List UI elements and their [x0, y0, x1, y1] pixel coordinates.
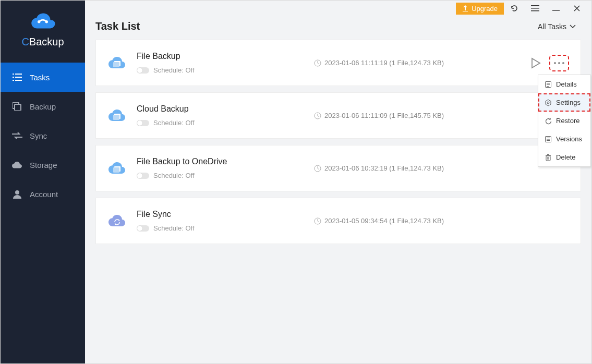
svg-rect-11	[463, 11, 468, 11]
task-row: File Backup to OneDrive Schedule: Off 20…	[95, 145, 581, 191]
clock-icon	[314, 59, 321, 67]
schedule-label: Schedule: Off	[153, 172, 195, 179]
upload-icon	[462, 5, 468, 11]
schedule-toggle[interactable]	[137, 120, 149, 126]
menu-restore[interactable]: Restore	[538, 112, 590, 130]
stack-icon	[12, 101, 22, 112]
svg-rect-5	[15, 77, 22, 78]
svg-rect-36	[547, 138, 550, 138]
svg-rect-12	[531, 5, 539, 6]
svg-point-20	[558, 62, 560, 64]
sidebar-item-label: Storage	[30, 161, 57, 169]
sidebar-item-account[interactable]: Account	[1, 179, 85, 209]
restore-icon	[545, 117, 552, 125]
user-icon	[12, 189, 22, 199]
sidebar: CBackup Tasks Backup Sync Storage	[1, 1, 85, 363]
task-row: File Sync Schedule: Off 2023-01-05 09:34…	[95, 198, 581, 244]
svg-rect-7	[15, 80, 22, 81]
sync-icon	[12, 130, 22, 141]
svg-rect-23	[113, 115, 119, 120]
svg-rect-14	[531, 10, 539, 11]
task-name: Cloud Backup	[137, 104, 314, 114]
svg-rect-13	[531, 8, 539, 9]
clock-icon	[314, 217, 321, 225]
menu-item-label: Delete	[556, 153, 576, 161]
task-meta: 2023-01-06 11:11:19 (1 File,124.73 KB)	[314, 59, 444, 67]
run-task-button[interactable]	[530, 57, 541, 69]
task-more-button[interactable]	[550, 56, 568, 70]
task-name: File Backup	[137, 52, 314, 61]
svg-point-21	[562, 62, 564, 64]
close-button[interactable]	[566, 1, 587, 16]
menu-details[interactable]: Details	[538, 75, 590, 93]
nav: Tasks Backup Sync Storage Account	[1, 57, 85, 209]
settings-icon	[545, 99, 552, 106]
filter-label: All Tasks	[538, 22, 566, 31]
main: Upgrade Task List All Tasks File Back	[85, 1, 591, 363]
sidebar-item-storage[interactable]: Storage	[1, 150, 85, 179]
task-meta: 2023-01-05 09:34:54 (1 File,124.73 KB)	[314, 217, 444, 225]
chevron-down-icon	[570, 25, 576, 29]
menu-settings[interactable]: Settings	[538, 93, 590, 112]
upgrade-button[interactable]: Upgrade	[456, 3, 504, 15]
menu-versions[interactable]: Versions	[538, 130, 590, 148]
details-icon	[545, 81, 552, 88]
page-header: Task List All Tasks	[85, 16, 591, 40]
svg-rect-2	[13, 74, 14, 75]
task-meta: 2023-01-06 11:11:09 (1 File,145.75 KB)	[314, 112, 444, 119]
task-list: File Backup Schedule: Off 2023-01-06 11:…	[85, 40, 591, 250]
brand-rest: Backup	[29, 36, 64, 47]
task-filter-dropdown[interactable]: All Tasks	[538, 22, 576, 31]
brand-block: CBackup	[1, 1, 85, 57]
menu-item-label: Versions	[556, 135, 582, 143]
brand-text: CBackup	[1, 36, 85, 48]
clock-icon	[314, 165, 321, 172]
task-row: File Backup Schedule: Off 2023-01-06 11:…	[95, 40, 581, 86]
task-meta-text: 2023-01-06 11:11:19 (1 File,124.73 KB)	[324, 59, 444, 67]
svg-rect-4	[13, 77, 14, 78]
schedule-toggle[interactable]	[137, 67, 149, 74]
svg-rect-6	[13, 80, 14, 81]
schedule-toggle[interactable]	[137, 225, 149, 232]
sidebar-item-label: Account	[30, 190, 58, 199]
delete-icon	[545, 154, 552, 161]
versions-icon	[545, 136, 552, 143]
menu-delete[interactable]: Delete	[538, 148, 590, 166]
svg-rect-39	[546, 156, 550, 161]
logo-cloud-icon	[28, 11, 58, 31]
task-body: File Backup Schedule: Off	[137, 52, 314, 74]
cloud-file-icon	[106, 56, 127, 70]
task-body: File Backup to OneDrive Schedule: Off	[137, 157, 314, 179]
cloud-icon	[12, 160, 22, 170]
upgrade-label: Upgrade	[472, 5, 498, 13]
menu-item-label: Settings	[556, 99, 581, 106]
sidebar-item-backup[interactable]: Backup	[1, 92, 85, 121]
cloud-file-icon	[106, 161, 127, 176]
schedule-label: Schedule: Off	[153, 224, 195, 232]
sidebar-item-tasks[interactable]: Tasks	[1, 63, 85, 92]
svg-rect-30	[547, 83, 550, 83]
task-body: File Sync Schedule: Off	[137, 210, 314, 232]
refresh-button[interactable]	[504, 1, 525, 16]
svg-rect-17	[113, 62, 119, 67]
list-icon	[12, 72, 22, 82]
minimize-button[interactable]	[546, 1, 566, 16]
task-meta-text: 2023-01-05 09:34:54 (1 File,124.73 KB)	[324, 217, 444, 225]
sidebar-item-label: Tasks	[30, 73, 50, 82]
task-meta-text: 2023-01-06 11:11:09 (1 File,145.75 KB)	[324, 112, 444, 119]
svg-rect-26	[113, 167, 119, 173]
schedule-toggle[interactable]	[137, 173, 149, 179]
sidebar-item-label: Sync	[30, 131, 47, 140]
svg-rect-32	[547, 86, 549, 87]
menu-button[interactable]	[525, 1, 546, 16]
task-row: Cloud Backup Schedule: Off 2023-01-06 11…	[95, 92, 581, 139]
schedule-label: Schedule: Off	[153, 66, 195, 74]
svg-rect-3	[15, 74, 22, 75]
task-meta: 2023-01-06 10:32:19 (1 File,124.73 KB)	[314, 164, 444, 172]
task-name: File Backup to OneDrive	[137, 157, 314, 166]
svg-point-34	[547, 102, 549, 104]
clock-icon	[314, 112, 321, 119]
svg-rect-9	[15, 104, 21, 111]
sidebar-item-sync[interactable]: Sync	[1, 121, 85, 150]
task-meta-text: 2023-01-06 10:32:19 (1 File,124.73 KB)	[324, 164, 444, 172]
